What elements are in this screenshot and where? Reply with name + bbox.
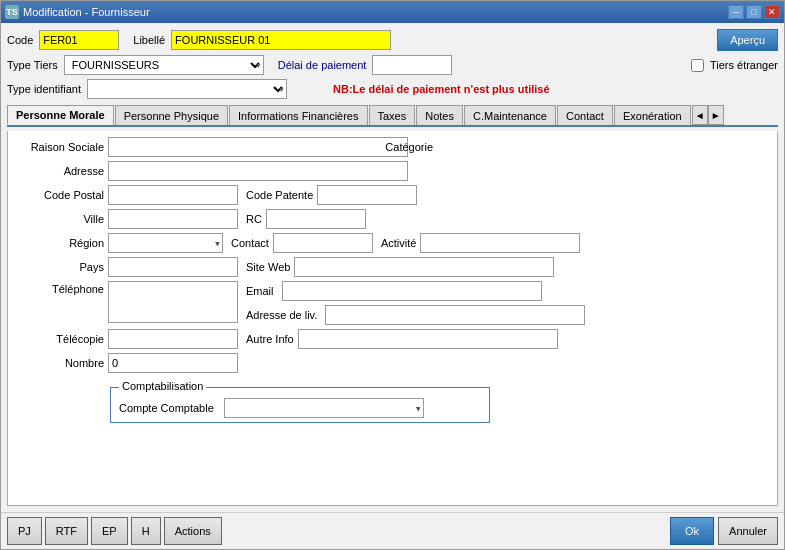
- tiers-etranger-label: Tiers étranger: [710, 59, 778, 71]
- bottom-bar: PJ RTF EP H Actions Ok Annuler: [1, 512, 784, 549]
- row-info: Type identifiant NB:Le délai de paiement…: [7, 79, 778, 99]
- row-type-tiers: Type Tiers FOURNISSEURS Délai de paiemen…: [7, 55, 778, 75]
- tab-notes[interactable]: Notes: [416, 105, 463, 125]
- title-bar-controls: ─ □ ✕: [728, 5, 780, 19]
- code-label: Code: [7, 34, 33, 46]
- delai-note: NB:Le délai de paiement n'est plus utili…: [333, 83, 550, 95]
- tab-personne-morale[interactable]: Personne Morale: [7, 105, 114, 125]
- title-bar: TS Modification - Fournisseur ─ □ ✕: [1, 1, 784, 23]
- type-identifiant-select[interactable]: [87, 79, 287, 99]
- compte-select[interactable]: [224, 398, 424, 418]
- delai-paiement-input[interactable]: [372, 55, 452, 75]
- categorie-label: Catégorie: [385, 141, 433, 153]
- window-title: Modification - Fournisseur: [23, 6, 150, 18]
- libelle-label: Libellé: [133, 34, 165, 46]
- row-code: Code Libellé Aperçu: [7, 29, 778, 51]
- region-select-wrapper: ▼: [108, 233, 223, 253]
- type-tiers-label: Type Tiers: [7, 59, 58, 71]
- tab-exoneration[interactable]: Exonération: [614, 105, 691, 125]
- h-button[interactable]: H: [131, 517, 161, 545]
- row-categorie: Catégorie: [385, 137, 433, 157]
- tab-informations-financieres[interactable]: Informations Financières: [229, 105, 367, 125]
- pj-button[interactable]: PJ: [7, 517, 42, 545]
- close-button[interactable]: ✕: [764, 5, 780, 19]
- compte-select-wrapper: ▼: [224, 398, 424, 418]
- restore-button[interactable]: □: [746, 5, 762, 19]
- ok-button[interactable]: Ok: [670, 517, 714, 545]
- delai-paiement-label: Délai de paiement: [278, 59, 367, 71]
- type-tiers-select[interactable]: FOURNISSEURS: [64, 55, 264, 75]
- tab-scroll-right[interactable]: ►: [708, 105, 724, 125]
- annuler-button[interactable]: Annuler: [718, 517, 778, 545]
- row-compte-comptable: Compte Comptable ▼: [119, 398, 481, 418]
- tab-personne-physique[interactable]: Personne Physique: [115, 105, 228, 125]
- comptabilisation-legend: Comptabilisation: [119, 380, 206, 392]
- bottom-right-buttons: Ok Annuler: [670, 517, 778, 545]
- bottom-left-buttons: PJ RTF EP H Actions: [7, 517, 222, 545]
- tab-contact[interactable]: Contact: [557, 105, 613, 125]
- main-window: TS Modification - Fournisseur ─ □ ✕ Code…: [0, 0, 785, 550]
- tabs-bar: Personne Morale Personne Physique Inform…: [7, 105, 778, 127]
- compte-comptable-label: Compte Comptable: [119, 402, 214, 414]
- right-column: Catégorie: [45, 137, 433, 423]
- apercu-button[interactable]: Aperçu: [717, 29, 778, 51]
- libelle-input[interactable]: [171, 30, 391, 50]
- title-bar-left: TS Modification - Fournisseur: [5, 5, 150, 19]
- tab-taxes[interactable]: Taxes: [369, 105, 416, 125]
- ep-button[interactable]: EP: [91, 517, 128, 545]
- type-identifiant-label: Type identifiant: [7, 83, 81, 95]
- tab-panel-personne-morale: Raison Sociale Adresse Code Postal Code …: [7, 131, 778, 506]
- tiers-etranger-checkbox[interactable]: [691, 59, 704, 72]
- code-input[interactable]: [39, 30, 119, 50]
- tab-scroll-left[interactable]: ◄: [692, 105, 708, 125]
- app-icon: TS: [5, 5, 19, 19]
- rtf-button[interactable]: RTF: [45, 517, 88, 545]
- comptabilisation-box: Comptabilisation Compte Comptable ▼: [110, 387, 490, 423]
- type-identifiant-select-wrapper: [87, 79, 287, 99]
- activite-input[interactable]: [420, 233, 580, 253]
- actions-button[interactable]: Actions: [164, 517, 222, 545]
- tab-c-maintenance[interactable]: C.Maintenance: [464, 105, 556, 125]
- region-select[interactable]: [108, 233, 223, 253]
- type-tiers-select-wrapper: FOURNISSEURS: [64, 55, 264, 75]
- content-area: Code Libellé Aperçu Type Tiers FOURNISSE…: [1, 23, 784, 512]
- minimize-button[interactable]: ─: [728, 5, 744, 19]
